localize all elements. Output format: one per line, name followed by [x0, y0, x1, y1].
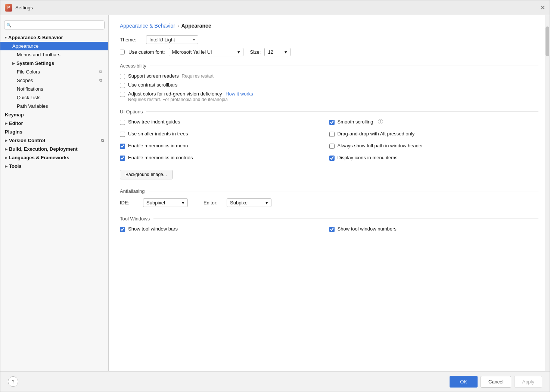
tree-indent-guides-checkbox[interactable] — [120, 120, 125, 125]
font-value: Microsoft YaHei UI — [172, 49, 212, 55]
ok-button[interactable]: OK — [450, 376, 478, 388]
help-button[interactable]: ? — [8, 376, 18, 387]
antialiasing-editor-value: Subpixel — [230, 200, 249, 206]
icons-menu-checkbox[interactable] — [329, 156, 335, 161]
contrast-scrollbars-checkbox[interactable] — [120, 83, 125, 88]
antialiasing-ide-value: Subpixel — [146, 200, 165, 206]
background-image-button[interactable]: Background Image... — [120, 170, 173, 179]
screen-readers-checkbox[interactable] — [120, 74, 125, 79]
main-content: 🔍 ▾ Appearance & Behavior Appearance Men… — [0, 15, 550, 371]
full-path-header-row: Always show full path in window header — [329, 143, 539, 149]
content-inner: Appearance & Behavior › Appearance Theme… — [109, 15, 550, 371]
chevron-right-icon: ▶ — [5, 122, 7, 125]
ui-options-left-col: Show tree indent guides Use smaller inde… — [120, 119, 329, 164]
antialiasing-editor-label: Editor: — [203, 200, 222, 206]
copy-icon: ⧉ — [99, 69, 102, 74]
full-path-header-label: Always show full path in window header — [338, 143, 423, 148]
bottom-bar: ? OK Cancel Apply — [0, 371, 550, 392]
title-bar-left: P Settings — [5, 4, 33, 12]
sidebar-item-label: Plugins — [5, 129, 22, 135]
sidebar-item-build-execution[interactable]: ▶ Build, Execution, Deployment — [0, 145, 108, 153]
ui-options-right-col: Smooth scrolling ? Drag-and-drop with Al… — [329, 119, 539, 164]
action-buttons: OK Cancel Apply — [450, 376, 542, 388]
smaller-indents-label: Use smaller indents in trees — [128, 131, 188, 137]
color-deficiency-row: Adjust colors for red-green vision defic… — [120, 91, 538, 102]
antialiasing-ide-label: IDE: — [120, 200, 139, 206]
sidebar-item-languages-frameworks[interactable]: ▶ Languages & Frameworks — [0, 153, 108, 162]
scrollbar-track[interactable] — [545, 15, 550, 371]
show-tool-window-bars-checkbox[interactable] — [120, 227, 125, 232]
sidebar-item-keymap[interactable]: Keymap — [0, 110, 108, 119]
sidebar-item-scopes[interactable]: Scopes ⧉ — [0, 76, 108, 85]
breadcrumb-current: Appearance — [181, 23, 211, 29]
search-icon: 🔍 — [6, 23, 12, 28]
sidebar-item-system-settings[interactable]: ▶ System Settings — [0, 59, 108, 68]
tool-windows-left-col: Show tool window bars — [120, 226, 329, 235]
sidebar-item-label: Tools — [9, 163, 22, 169]
sidebar-item-label: Keymap — [5, 112, 24, 117]
tree-indent-guides-label: Show tree indent guides — [128, 119, 180, 125]
app-icon: P — [5, 4, 12, 12]
dnd-alt-row: Drag-and-drop with Alt pressed only — [329, 131, 539, 137]
sidebar-item-plugins[interactable]: Plugins — [0, 128, 108, 136]
smaller-indents-checkbox[interactable] — [120, 132, 125, 137]
theme-value: IntelliJ Light — [149, 37, 175, 43]
sidebar: 🔍 ▾ Appearance & Behavior Appearance Men… — [0, 15, 109, 371]
close-button[interactable]: ✕ — [540, 5, 545, 11]
sidebar-item-file-colors[interactable]: File Colors ⧉ — [0, 68, 108, 76]
icons-menu-row: Display icons in menu items — [329, 155, 539, 161]
section-divider — [146, 112, 538, 112]
sidebar-item-editor[interactable]: ▶ Editor — [0, 119, 108, 128]
sidebar-item-appearance-behavior[interactable]: ▾ Appearance & Behavior — [0, 33, 108, 42]
sidebar-item-version-control[interactable]: ▶ Version Control ⧉ — [0, 136, 108, 145]
help-icon[interactable]: ? — [378, 119, 383, 124]
section-divider — [150, 66, 538, 66]
sidebar-item-quick-lists[interactable]: Quick Lists — [0, 93, 108, 102]
sidebar-item-label: Scopes — [17, 78, 33, 83]
breadcrumb-parent[interactable]: Appearance & Behavior — [120, 23, 175, 29]
chevron-down-icon: ▾ — [5, 36, 7, 40]
color-deficiency-checkbox[interactable] — [120, 92, 125, 97]
apply-button[interactable]: Apply — [514, 376, 542, 388]
ui-options-label: UI Options — [120, 109, 143, 115]
cancel-button[interactable]: Cancel — [481, 376, 511, 388]
custom-font-checkbox[interactable] — [120, 50, 125, 54]
screen-readers-label: Support screen readers — [128, 73, 179, 79]
scrollbar-thumb[interactable] — [546, 26, 549, 56]
sidebar-item-menus-toolbars[interactable]: Menus and Toolbars — [0, 50, 108, 59]
sidebar-item-label: System Settings — [16, 60, 54, 66]
chevron-right-icon: ▶ — [5, 139, 7, 142]
dnd-alt-checkbox[interactable] — [329, 132, 335, 137]
screen-readers-label-wrap: Support screen readers Requires restart — [128, 73, 214, 79]
font-select[interactable]: Microsoft YaHei UI ▾ — [169, 48, 243, 56]
antialiasing-ide-select[interactable]: Subpixel ▾ — [143, 198, 188, 207]
sidebar-item-appearance[interactable]: Appearance — [0, 42, 108, 50]
chevron-down-icon: ▾ — [182, 200, 184, 206]
size-select[interactable]: 12 ▾ — [264, 48, 290, 56]
sidebar-item-tools[interactable]: ▶ Tools — [0, 162, 108, 170]
sidebar-item-label: Menus and Toolbars — [17, 52, 60, 57]
mnemonics-controls-checkbox[interactable] — [120, 156, 125, 161]
how-it-works-link[interactable]: How it works — [226, 91, 253, 97]
screen-readers-row: Support screen readers Requires restart — [120, 73, 538, 79]
show-tool-window-numbers-checkbox[interactable] — [329, 227, 335, 232]
antialiasing-editor-select[interactable]: Subpixel ▾ — [227, 198, 271, 207]
tool-windows-label: Tool Windows — [120, 216, 150, 222]
sidebar-item-label: Quick Lists — [17, 95, 41, 100]
contrast-scrollbars-label: Use contrast scrollbars — [128, 82, 177, 88]
custom-font-row: Use custom font: Microsoft YaHei UI ▾ Si… — [120, 48, 538, 56]
smooth-scrolling-checkbox[interactable] — [329, 120, 335, 125]
search-box[interactable]: 🔍 — [4, 21, 105, 29]
sidebar-item-notifications[interactable]: Notifications — [0, 85, 108, 93]
chevron-right-icon: ▶ — [5, 147, 7, 151]
ui-options-grid: Show tree indent guides Use smaller inde… — [120, 119, 538, 164]
theme-select[interactable]: IntelliJ Light ▾ — [146, 35, 198, 44]
contrast-scrollbars-row: Use contrast scrollbars — [120, 82, 538, 88]
sidebar-item-label: File Colors — [17, 69, 40, 75]
search-input[interactable] — [4, 21, 105, 29]
screen-readers-note: Requires restart — [181, 73, 213, 79]
mnemonics-menu-checkbox[interactable] — [120, 144, 125, 149]
full-path-header-checkbox[interactable] — [329, 144, 335, 149]
theme-label: Theme: — [120, 37, 142, 43]
sidebar-item-path-variables[interactable]: Path Variables — [0, 102, 108, 110]
